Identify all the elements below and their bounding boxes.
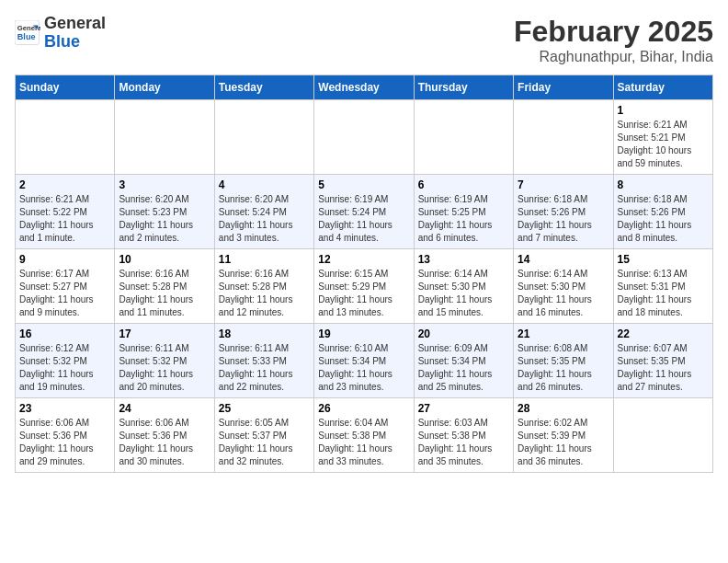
- day-number: 16: [19, 327, 110, 340]
- day-number: 25: [219, 402, 310, 415]
- day-number: 28: [518, 402, 609, 415]
- month-title: February 2025: [514, 15, 713, 49]
- day-info: Sunrise: 6:20 AM Sunset: 5:24 PM Dayligh…: [219, 193, 310, 245]
- calendar-cell: 21Sunrise: 6:08 AM Sunset: 5:35 PM Dayli…: [514, 324, 613, 398]
- header-tuesday: Tuesday: [214, 75, 313, 100]
- day-number: 10: [119, 253, 210, 266]
- calendar-cell: 23Sunrise: 6:06 AM Sunset: 5:36 PM Dayli…: [16, 398, 115, 473]
- calendar-cell: 16Sunrise: 6:12 AM Sunset: 5:32 PM Dayli…: [16, 324, 115, 398]
- day-info: Sunrise: 6:19 AM Sunset: 5:24 PM Dayligh…: [318, 193, 409, 245]
- calendar-cell: 8Sunrise: 6:18 AM Sunset: 5:26 PM Daylig…: [613, 175, 712, 249]
- day-number: 4: [219, 178, 310, 191]
- day-info: Sunrise: 6:21 AM Sunset: 5:21 PM Dayligh…: [618, 119, 709, 170]
- day-info: Sunrise: 6:05 AM Sunset: 5:37 PM Dayligh…: [219, 417, 310, 468]
- calendar-cell: 6Sunrise: 6:19 AM Sunset: 5:25 PM Daylig…: [414, 175, 513, 249]
- week-row-3: 9Sunrise: 6:17 AM Sunset: 5:27 PM Daylig…: [16, 249, 713, 324]
- weekday-row: Sunday Monday Tuesday Wednesday Thursday…: [16, 75, 713, 100]
- day-info: Sunrise: 6:16 AM Sunset: 5:28 PM Dayligh…: [219, 268, 310, 319]
- header-saturday: Saturday: [613, 75, 712, 100]
- calendar-cell: [115, 100, 214, 175]
- calendar-cell: [613, 398, 712, 473]
- week-row-1: 1Sunrise: 6:21 AM Sunset: 5:21 PM Daylig…: [16, 100, 713, 175]
- day-info: Sunrise: 6:15 AM Sunset: 5:29 PM Dayligh…: [318, 268, 409, 319]
- calendar-cell: 14Sunrise: 6:14 AM Sunset: 5:30 PM Dayli…: [514, 249, 613, 324]
- day-number: 20: [418, 327, 509, 340]
- calendar-cell: [214, 100, 313, 175]
- day-info: Sunrise: 6:19 AM Sunset: 5:25 PM Dayligh…: [418, 193, 509, 245]
- calendar-cell: 11Sunrise: 6:16 AM Sunset: 5:28 PM Dayli…: [214, 249, 313, 324]
- calendar-cell: 1Sunrise: 6:21 AM Sunset: 5:21 PM Daylig…: [613, 100, 712, 175]
- week-row-2: 2Sunrise: 6:21 AM Sunset: 5:22 PM Daylig…: [16, 175, 713, 249]
- day-info: Sunrise: 6:10 AM Sunset: 5:34 PM Dayligh…: [318, 342, 409, 394]
- calendar-cell: 10Sunrise: 6:16 AM Sunset: 5:28 PM Dayli…: [115, 249, 214, 324]
- calendar-cell: 5Sunrise: 6:19 AM Sunset: 5:24 PM Daylig…: [314, 175, 414, 249]
- day-number: 7: [518, 178, 609, 191]
- day-number: 8: [618, 178, 709, 191]
- day-number: 12: [318, 253, 409, 266]
- day-info: Sunrise: 6:20 AM Sunset: 5:23 PM Dayligh…: [119, 193, 210, 245]
- calendar-cell: 18Sunrise: 6:11 AM Sunset: 5:33 PM Dayli…: [214, 324, 313, 398]
- header-monday: Monday: [115, 75, 214, 100]
- calendar-cell: 28Sunrise: 6:02 AM Sunset: 5:39 PM Dayli…: [514, 398, 613, 473]
- day-info: Sunrise: 6:18 AM Sunset: 5:26 PM Dayligh…: [518, 193, 609, 245]
- calendar-cell: 4Sunrise: 6:20 AM Sunset: 5:24 PM Daylig…: [214, 175, 313, 249]
- day-number: 24: [119, 402, 210, 415]
- calendar-cell: 20Sunrise: 6:09 AM Sunset: 5:34 PM Dayli…: [414, 324, 513, 398]
- day-info: Sunrise: 6:11 AM Sunset: 5:32 PM Dayligh…: [119, 342, 210, 394]
- header-friday: Friday: [514, 75, 613, 100]
- week-row-5: 23Sunrise: 6:06 AM Sunset: 5:36 PM Dayli…: [16, 398, 713, 473]
- calendar-cell: 12Sunrise: 6:15 AM Sunset: 5:29 PM Dayli…: [314, 249, 414, 324]
- day-info: Sunrise: 6:18 AM Sunset: 5:26 PM Dayligh…: [618, 193, 709, 245]
- calendar-cell: 26Sunrise: 6:04 AM Sunset: 5:38 PM Dayli…: [314, 398, 414, 473]
- header-sunday: Sunday: [16, 75, 115, 100]
- week-row-4: 16Sunrise: 6:12 AM Sunset: 5:32 PM Dayli…: [16, 324, 713, 398]
- day-number: 27: [418, 402, 509, 415]
- calendar-cell: 27Sunrise: 6:03 AM Sunset: 5:38 PM Dayli…: [414, 398, 513, 473]
- day-info: Sunrise: 6:21 AM Sunset: 5:22 PM Dayligh…: [19, 193, 110, 245]
- location: Raghunathpur, Bihar, India: [514, 49, 713, 65]
- calendar-cell: [314, 100, 414, 175]
- day-info: Sunrise: 6:14 AM Sunset: 5:30 PM Dayligh…: [418, 268, 509, 319]
- day-info: Sunrise: 6:03 AM Sunset: 5:38 PM Dayligh…: [418, 417, 509, 468]
- day-info: Sunrise: 6:12 AM Sunset: 5:32 PM Dayligh…: [19, 342, 110, 394]
- day-number: 21: [518, 327, 609, 340]
- day-number: 6: [418, 178, 509, 191]
- day-number: 23: [19, 402, 110, 415]
- header-thursday: Thursday: [414, 75, 513, 100]
- calendar-cell: 13Sunrise: 6:14 AM Sunset: 5:30 PM Dayli…: [414, 249, 513, 324]
- calendar-cell: 22Sunrise: 6:07 AM Sunset: 5:35 PM Dayli…: [613, 324, 712, 398]
- calendar-header: Sunday Monday Tuesday Wednesday Thursday…: [16, 75, 713, 100]
- day-number: 17: [119, 327, 210, 340]
- day-info: Sunrise: 6:17 AM Sunset: 5:27 PM Dayligh…: [19, 268, 110, 319]
- day-number: 2: [19, 178, 110, 191]
- day-info: Sunrise: 6:07 AM Sunset: 5:35 PM Dayligh…: [618, 342, 709, 394]
- day-number: 11: [219, 253, 310, 266]
- page-header: General Blue General Blue February 2025 …: [15, 15, 713, 65]
- day-number: 14: [518, 253, 609, 266]
- calendar-body: 1Sunrise: 6:21 AM Sunset: 5:21 PM Daylig…: [16, 100, 713, 473]
- calendar-cell: 3Sunrise: 6:20 AM Sunset: 5:23 PM Daylig…: [115, 175, 214, 249]
- svg-text:Blue: Blue: [17, 32, 36, 41]
- calendar-cell: 7Sunrise: 6:18 AM Sunset: 5:26 PM Daylig…: [514, 175, 613, 249]
- calendar-cell: 9Sunrise: 6:17 AM Sunset: 5:27 PM Daylig…: [16, 249, 115, 324]
- day-number: 22: [618, 327, 709, 340]
- logo-text: General Blue: [44, 15, 106, 52]
- day-info: Sunrise: 6:11 AM Sunset: 5:33 PM Dayligh…: [219, 342, 310, 394]
- day-info: Sunrise: 6:08 AM Sunset: 5:35 PM Dayligh…: [518, 342, 609, 394]
- day-info: Sunrise: 6:06 AM Sunset: 5:36 PM Dayligh…: [19, 417, 110, 468]
- day-info: Sunrise: 6:13 AM Sunset: 5:31 PM Dayligh…: [618, 268, 709, 319]
- calendar-cell: [414, 100, 513, 175]
- day-info: Sunrise: 6:09 AM Sunset: 5:34 PM Dayligh…: [418, 342, 509, 394]
- calendar-cell: 25Sunrise: 6:05 AM Sunset: 5:37 PM Dayli…: [214, 398, 313, 473]
- day-number: 5: [318, 178, 409, 191]
- day-number: 9: [19, 253, 110, 266]
- day-number: 18: [219, 327, 310, 340]
- day-info: Sunrise: 6:16 AM Sunset: 5:28 PM Dayligh…: [119, 268, 210, 319]
- day-number: 1: [618, 104, 709, 117]
- day-info: Sunrise: 6:14 AM Sunset: 5:30 PM Dayligh…: [518, 268, 609, 319]
- calendar-cell: [16, 100, 115, 175]
- day-number: 3: [119, 178, 210, 191]
- logo-icon: General Blue: [15, 20, 40, 46]
- day-number: 13: [418, 253, 509, 266]
- day-info: Sunrise: 6:04 AM Sunset: 5:38 PM Dayligh…: [318, 417, 409, 468]
